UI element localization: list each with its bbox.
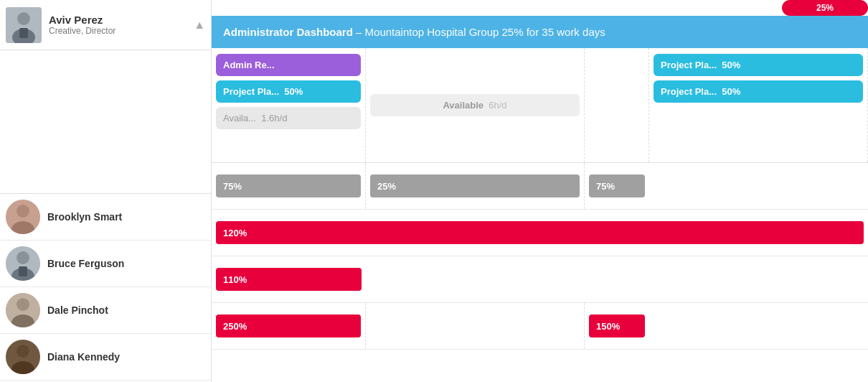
- diana-cell-1: 250%: [212, 303, 366, 349]
- user-role: Creative, Director: [49, 26, 115, 36]
- aviv-schedule-row: Admin Re... Project Pla... 50% Availa...…: [212, 48, 868, 163]
- user-name: Aviv Perez: [49, 14, 115, 26]
- schedule-rows: 75% 25% 75% 120% 110%: [212, 163, 868, 350]
- dashboard-subtitle: – Mountaintop Hospital Group 25% for 35 …: [356, 26, 605, 38]
- bruce-cell: 120%: [212, 210, 868, 256]
- task-project-pla-1[interactable]: Project Pla... 50%: [216, 80, 361, 103]
- brooklyn-bar-2: 25%: [370, 174, 580, 197]
- dale-cell: 110%: [212, 256, 366, 302]
- person-name: Brooklyn Smart: [47, 211, 122, 223]
- svg-rect-3: [19, 28, 28, 38]
- diana-bar-1: 250%: [216, 315, 361, 337]
- person-name: Bruce Ferguson: [47, 258, 124, 269]
- list-item: 110%: [212, 256, 868, 303]
- svg-point-1: [17, 12, 30, 25]
- dashboard-title: Administrator Dashboard: [223, 26, 353, 38]
- task-admin-re[interactable]: Admin Re...: [216, 54, 361, 76]
- svg-point-12: [16, 298, 29, 311]
- svg-point-15: [16, 345, 29, 358]
- list-item: Bruce Ferguson: [0, 241, 211, 287]
- bruce-bar: 120%: [216, 221, 864, 244]
- aviv-cell-1: Admin Re... Project Pla... 50% Availa...…: [212, 48, 366, 162]
- list-item: 75% 25% 75%: [212, 163, 868, 210]
- main-content: 25% Administrator Dashboard – Mountainto…: [212, 0, 868, 382]
- task-avail-1: Availa... 1.6h/d: [216, 107, 361, 129]
- list-item: 120%: [212, 210, 868, 256]
- svg-point-8: [16, 251, 29, 264]
- avatar: [6, 7, 42, 43]
- svg-point-5: [16, 205, 29, 218]
- avatar: [6, 293, 40, 327]
- person-name: Diana Kennedy: [47, 351, 120, 363]
- brooklyn-bar-3: 75%: [589, 174, 645, 197]
- aviv-cell-3: [585, 48, 649, 162]
- list-item: 250% 150%: [212, 303, 868, 350]
- user-header: Aviv Perez Creative, Director ▲: [0, 0, 211, 50]
- aviv-cell-4: Project Pla... 50% Project Pla... 50%: [649, 48, 868, 162]
- user-info: Aviv Perez Creative, Director: [49, 14, 115, 36]
- aviv-cell-2: Available 6h/d: [366, 48, 585, 162]
- person-name: Dale Pinchot: [47, 304, 108, 316]
- svg-rect-10: [19, 266, 27, 276]
- brooklyn-bar-1: 75%: [216, 174, 361, 197]
- task-project-pla-3[interactable]: Project Pla... 50%: [654, 80, 863, 103]
- task-project-pla-2[interactable]: Project Pla... 50%: [654, 54, 863, 76]
- diana-cell-3: 150%: [585, 303, 649, 349]
- avatar: [6, 200, 40, 234]
- top-progress-label: 25%: [816, 3, 834, 13]
- aviv-sidebar-spacer: [0, 50, 211, 194]
- list-item: Brooklyn Smart: [0, 194, 211, 241]
- dale-bar: 110%: [216, 268, 362, 291]
- list-item: Diana Kennedy: [0, 334, 211, 381]
- top-progress-bar: 25%: [782, 0, 868, 16]
- brooklyn-cell-1: 75%: [212, 163, 366, 209]
- brooklyn-cell-3: 75%: [585, 163, 649, 209]
- avatar: [6, 340, 40, 374]
- app-container: Aviv Perez Creative, Director ▲ Brooklyn…: [0, 0, 868, 382]
- diana-bar-2: 150%: [589, 315, 645, 337]
- brooklyn-cell-2: 25%: [366, 163, 585, 209]
- sidebar: Aviv Perez Creative, Director ▲ Brooklyn…: [0, 0, 212, 382]
- diana-cell-2: [366, 303, 585, 349]
- avatar: [6, 246, 40, 281]
- upload-icon[interactable]: ▲: [194, 19, 205, 32]
- list-item: Dale Pinchot: [0, 287, 211, 334]
- task-avail-2: Available 6h/d: [370, 94, 580, 116]
- dashboard-header: Administrator Dashboard – Mountaintop Ho…: [212, 16, 868, 48]
